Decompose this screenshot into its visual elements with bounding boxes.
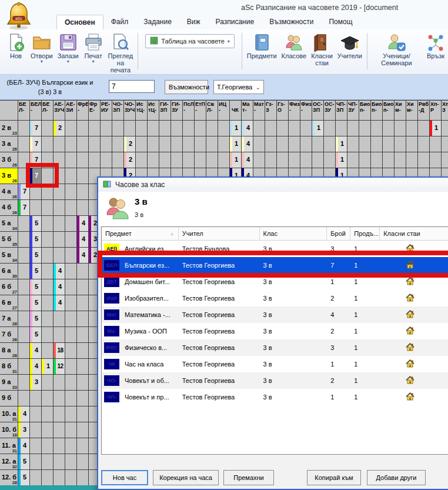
grid-cell[interactable]: [312, 152, 324, 168]
grid-cell[interactable]: [77, 327, 89, 343]
grid-cell[interactable]: [195, 136, 206, 152]
grid-cell[interactable]: [394, 136, 406, 152]
grid-row-label[interactable]: 6 в27: [0, 295, 18, 311]
grid-cell[interactable]: 5: [18, 454, 30, 470]
grid-cell[interactable]: [77, 200, 89, 216]
grid-cell[interactable]: [77, 152, 89, 168]
grid-cell[interactable]: [30, 200, 42, 216]
grid-column-header[interactable]: Физ-: [300, 101, 312, 121]
grid-cell[interactable]: 4: [77, 248, 89, 264]
grid-cell[interactable]: 5: [30, 295, 42, 311]
grid-cell[interactable]: [124, 121, 136, 136]
grid-row-label[interactable]: 4 б26: [0, 200, 18, 216]
menu-tab-Задание[interactable]: Задание: [136, 15, 179, 29]
grid-cell[interactable]: 2: [124, 152, 136, 168]
grid-column-header[interactable]: БЕЛ-: [30, 101, 42, 121]
grid-row-label[interactable]: 3 б26: [0, 152, 18, 168]
grid-cell[interactable]: [18, 359, 30, 375]
grid-cell[interactable]: [42, 136, 54, 152]
grid-column-header[interactable]: Хим-: [406, 101, 418, 121]
grid-cell[interactable]: [65, 375, 77, 391]
grid-cell[interactable]: [77, 470, 89, 485]
ribbon-button-studcheck[interactable]: Ученици/Семинари: [370, 32, 423, 66]
grid-cell[interactable]: [77, 391, 89, 406]
grid-cell[interactable]: [65, 184, 77, 200]
grid-row-label[interactable]: 4 а26: [0, 184, 18, 200]
grid-cell[interactable]: 4: [77, 216, 89, 232]
grid-cell[interactable]: [218, 121, 230, 136]
ribbon-button-door[interactable]: Класни стаи: [309, 32, 335, 66]
grid-cell[interactable]: [159, 136, 171, 152]
grid-cell[interactable]: [18, 279, 30, 295]
grid-cell[interactable]: 4: [54, 295, 65, 311]
grid-cell[interactable]: [65, 438, 77, 454]
grid-column-header[interactable]: ИстЦ-: [148, 101, 159, 121]
grid-cell[interactable]: [324, 136, 336, 152]
grid-cell[interactable]: [42, 454, 54, 470]
grid-cell[interactable]: [30, 406, 42, 422]
grid-column-header[interactable]: РЕ-ИУ: [101, 101, 112, 121]
grid-cell[interactable]: [54, 422, 65, 438]
grid-row-label[interactable]: 6 а30: [0, 264, 18, 279]
column-header-teacher[interactable]: Учител: [179, 227, 260, 240]
grid-cell[interactable]: [336, 121, 347, 136]
grid-cell[interactable]: [54, 438, 65, 454]
grid-cell[interactable]: 7: [30, 121, 42, 136]
grid-row-label[interactable]: 10. а31: [0, 406, 18, 422]
grid-column-header[interactable]: Гз-О: [277, 101, 289, 121]
grid-cell[interactable]: [30, 391, 42, 406]
grid-cell[interactable]: [30, 470, 42, 485]
add-others-button[interactable]: Добави други: [367, 470, 426, 485]
grid-cell[interactable]: [406, 152, 418, 168]
grid-column-header[interactable]: ЧО-ЗП: [112, 101, 124, 121]
grid-cell[interactable]: [54, 406, 65, 422]
ribbon-button-book[interactable]: Предмети: [245, 32, 279, 59]
grid-cell[interactable]: [183, 121, 195, 136]
grid-cell[interactable]: [77, 295, 89, 311]
grid-cell[interactable]: 7: [18, 200, 30, 216]
grid-cell[interactable]: 5: [30, 248, 42, 264]
grid-cell[interactable]: [54, 375, 65, 391]
grid-cell[interactable]: [65, 391, 77, 406]
grid-cell[interactable]: 18: [54, 343, 65, 359]
grid-row-label[interactable]: 5 а34: [0, 216, 18, 232]
edit-lesson-button[interactable]: Корекция на часа: [153, 470, 219, 485]
grid-cell[interactable]: [112, 121, 124, 136]
grid-cell[interactable]: [30, 422, 42, 438]
menu-tab-Разписание[interactable]: Разписание: [208, 15, 262, 29]
grid-cell[interactable]: [324, 152, 336, 168]
grid-cell[interactable]: 4: [30, 359, 42, 375]
grid-cell[interactable]: 2: [124, 136, 136, 152]
grid-cell[interactable]: [77, 454, 89, 470]
grid-cell[interactable]: [18, 343, 30, 359]
grid-row-label[interactable]: 12. б28: [0, 470, 18, 485]
grid-cell[interactable]: [265, 136, 277, 152]
grid-cell[interactable]: [77, 136, 89, 152]
grid-cell[interactable]: [371, 121, 383, 136]
grid-cell[interactable]: [442, 152, 448, 168]
grid-cell[interactable]: [65, 200, 77, 216]
grid-row-label[interactable]: 6 б27: [0, 279, 18, 295]
grid-column-header[interactable]: Хп-З: [442, 101, 448, 121]
ribbon-button-preview[interactable]: Преглед на печата: [106, 32, 136, 74]
grid-column-header[interactable]: ФрЕ-: [77, 101, 89, 121]
lesson-count-input[interactable]: [109, 80, 155, 93]
grid-cell[interactable]: [442, 121, 448, 136]
grid-row-label[interactable]: 7 б26: [0, 327, 18, 343]
grid-cell[interactable]: [289, 136, 300, 152]
grid-cell[interactable]: [300, 121, 312, 136]
grid-cell[interactable]: 5: [18, 470, 30, 485]
grid-cell[interactable]: 1: [230, 121, 242, 136]
grid-row-label[interactable]: 9 а33: [0, 375, 18, 391]
grid-cell[interactable]: [77, 343, 89, 359]
column-header-classrooms[interactable]: Класни стаи: [380, 227, 448, 240]
grid-cell[interactable]: 5: [30, 232, 42, 248]
grid-cell[interactable]: [65, 216, 77, 232]
grid-cell[interactable]: 4: [242, 121, 253, 136]
column-header-subject[interactable]: Предмет▵: [102, 227, 179, 240]
grid-cell[interactable]: 1: [430, 121, 442, 136]
grid-cell[interactable]: [65, 454, 77, 470]
grid-cell[interactable]: [54, 327, 65, 343]
grid-cell[interactable]: [89, 121, 101, 136]
grid-cell[interactable]: [77, 168, 89, 184]
